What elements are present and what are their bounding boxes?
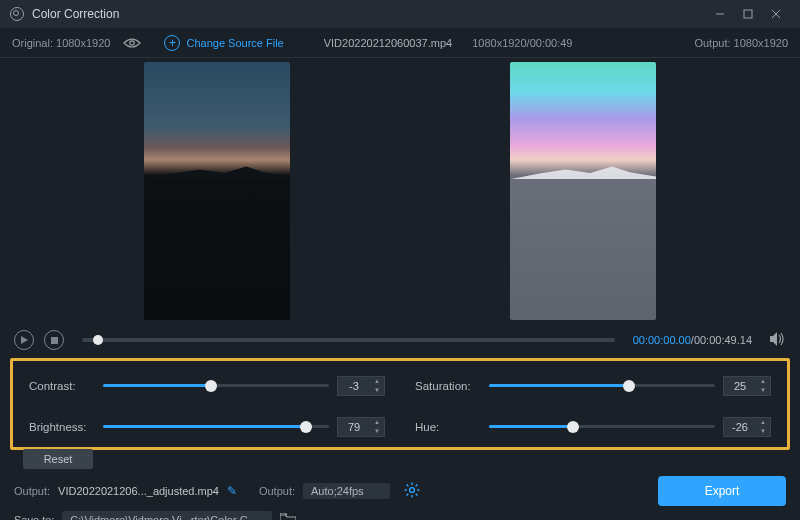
- hue-step-down[interactable]: ▼: [756, 427, 770, 436]
- saturation-step-down[interactable]: ▼: [756, 386, 770, 395]
- timeline-knob[interactable]: [93, 335, 103, 345]
- svg-point-8: [409, 488, 414, 493]
- hue-slider[interactable]: [489, 425, 715, 428]
- plus-circle-icon: +: [164, 35, 180, 51]
- timecode: 00:00:00.00/00:00:49.14: [633, 334, 752, 346]
- filebar: Original: 1080x1920 + Change Source File…: [0, 28, 800, 58]
- contrast-knob[interactable]: [205, 380, 217, 392]
- svg-rect-1: [744, 10, 752, 18]
- app-icon: [10, 7, 24, 21]
- output-resolution: Output: 1080x1920: [694, 37, 788, 49]
- contrast-step-down[interactable]: ▼: [370, 386, 384, 395]
- play-button[interactable]: [14, 330, 34, 350]
- contrast-step-up[interactable]: ▲: [370, 377, 384, 386]
- reset-button[interactable]: Reset: [23, 449, 93, 469]
- saturation-row: Saturation: 25 ▲▼: [415, 371, 771, 400]
- titlebar: Color Correction: [0, 0, 800, 28]
- saturation-step-up[interactable]: ▲: [756, 377, 770, 386]
- contrast-slider[interactable]: [103, 384, 329, 387]
- save-row: Save to: C:\Vidmore\Vidmore Vi...rter\Co…: [0, 506, 800, 520]
- source-meta: 1080x1920/00:00:49: [472, 37, 572, 49]
- hue-knob[interactable]: [567, 421, 579, 433]
- preview-adjusted: [510, 62, 656, 320]
- output-filename-label: Output:: [14, 485, 50, 497]
- playbar: 00:00:00.00/00:00:49.14: [0, 322, 800, 358]
- svg-point-4: [130, 40, 134, 44]
- preview-area: [0, 58, 800, 322]
- saturation-label: Saturation:: [415, 380, 481, 392]
- contrast-label: Contrast:: [29, 380, 95, 392]
- change-source-label: Change Source File: [186, 37, 283, 49]
- save-path-input[interactable]: C:\Vidmore\Vidmore Vi...rter\Color Corre…: [62, 511, 272, 520]
- svg-line-16: [406, 494, 408, 496]
- output-fps-select[interactable]: Auto;24fps: [303, 483, 390, 499]
- brightness-knob[interactable]: [300, 421, 312, 433]
- brightness-value-input[interactable]: 79 ▲▼: [337, 417, 385, 437]
- contrast-value-input[interactable]: -3 ▲▼: [337, 376, 385, 396]
- output-row: Output: VID2022021206..._adjusted.mp4 ✎ …: [0, 476, 800, 506]
- original-resolution: Original: 1080x1920: [12, 37, 110, 49]
- minimize-button[interactable]: [706, 4, 734, 24]
- svg-line-15: [415, 485, 417, 487]
- time-total: /00:00:49.14: [691, 334, 752, 346]
- stop-button[interactable]: [44, 330, 64, 350]
- browse-folder-icon[interactable]: [280, 513, 296, 521]
- hue-step-up[interactable]: ▲: [756, 418, 770, 427]
- save-to-label: Save to:: [14, 514, 54, 520]
- hue-row: Hue: -26 ▲▼: [415, 412, 771, 441]
- brightness-label: Brightness:: [29, 421, 95, 433]
- brightness-row: Brightness: 79 ▲▼: [29, 412, 385, 441]
- brightness-step-up[interactable]: ▲: [370, 418, 384, 427]
- svg-marker-5: [21, 336, 28, 344]
- preview-original: [144, 62, 290, 320]
- saturation-knob[interactable]: [623, 380, 635, 392]
- export-button[interactable]: Export: [658, 476, 786, 506]
- timeline-slider[interactable]: [82, 338, 615, 342]
- output-filename: VID2022021206..._adjusted.mp4: [58, 485, 219, 497]
- saturation-slider[interactable]: [489, 384, 715, 387]
- svg-rect-6: [51, 337, 58, 344]
- saturation-value-input[interactable]: 25 ▲▼: [723, 376, 771, 396]
- edit-filename-icon[interactable]: ✎: [227, 484, 237, 498]
- hue-value-input[interactable]: -26 ▲▼: [723, 417, 771, 437]
- maximize-button[interactable]: [734, 4, 762, 24]
- settings-icon[interactable]: [404, 482, 420, 500]
- svg-line-14: [415, 494, 417, 496]
- time-current: 00:00:00.00: [633, 334, 691, 346]
- preview-toggle-icon[interactable]: [120, 31, 144, 55]
- window-title: Color Correction: [32, 7, 119, 21]
- svg-marker-7: [770, 332, 777, 346]
- color-controls-panel: Contrast: -3 ▲▼ Saturation: 25 ▲▼ Bright…: [10, 358, 790, 450]
- close-button[interactable]: [762, 4, 790, 24]
- change-source-button[interactable]: + Change Source File: [164, 35, 283, 51]
- brightness-slider[interactable]: [103, 425, 329, 428]
- brightness-step-down[interactable]: ▼: [370, 427, 384, 436]
- hue-label: Hue:: [415, 421, 481, 433]
- volume-icon[interactable]: [770, 332, 786, 349]
- source-filename: VID20220212060037.mp4: [324, 37, 452, 49]
- svg-line-13: [406, 485, 408, 487]
- contrast-row: Contrast: -3 ▲▼: [29, 371, 385, 400]
- output-fps-label: Output:: [259, 485, 295, 497]
